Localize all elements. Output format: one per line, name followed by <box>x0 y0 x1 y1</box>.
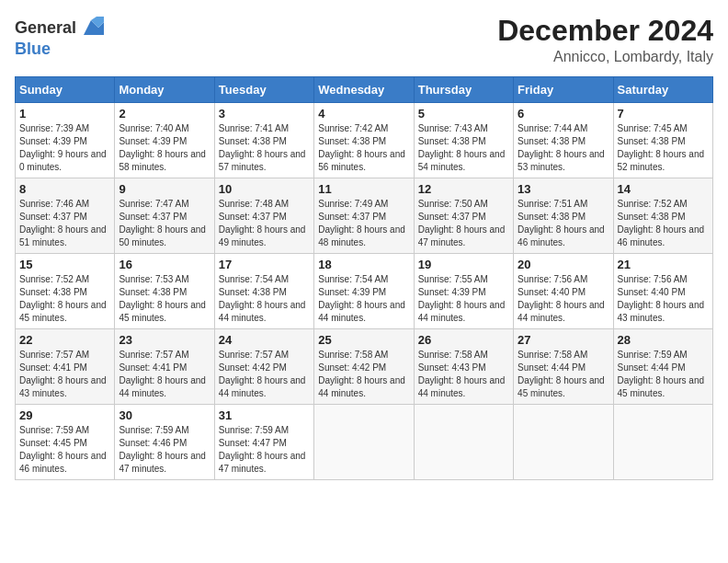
day-info: Sunrise: 7:58 AMSunset: 4:42 PMDaylight:… <box>318 349 409 400</box>
day-info: Sunrise: 7:59 AMSunset: 4:46 PMDaylight:… <box>119 424 210 476</box>
day-info: Sunrise: 7:54 AMSunset: 4:39 PMDaylight:… <box>318 273 409 325</box>
week-row-5: 29Sunrise: 7:59 AMSunset: 4:45 PMDayligh… <box>16 405 713 480</box>
day-info: Sunrise: 7:56 AMSunset: 4:40 PMDaylight:… <box>518 273 609 325</box>
day-info: Sunrise: 7:54 AMSunset: 4:38 PMDaylight:… <box>219 273 310 325</box>
col-header-tuesday: Tuesday <box>214 77 313 103</box>
day-cell: 2Sunrise: 7:40 AMSunset: 4:39 PMDaylight… <box>115 103 214 178</box>
day-cell: 22Sunrise: 7:57 AMSunset: 4:41 PMDayligh… <box>16 329 115 405</box>
day-cell: 12Sunrise: 7:50 AMSunset: 4:37 PMDayligh… <box>414 178 513 254</box>
col-header-monday: Monday <box>115 77 214 103</box>
day-cell: 27Sunrise: 7:58 AMSunset: 4:44 PMDayligh… <box>514 329 613 405</box>
logo-icon <box>78 15 104 40</box>
day-number: 4 <box>318 107 409 121</box>
col-header-sunday: Sunday <box>16 77 115 103</box>
day-number: 27 <box>518 333 609 347</box>
day-info: Sunrise: 7:59 AMSunset: 4:47 PMDaylight:… <box>219 424 310 476</box>
day-info: Sunrise: 7:40 AMSunset: 4:39 PMDaylight:… <box>119 122 210 174</box>
day-cell: 4Sunrise: 7:42 AMSunset: 4:38 PMDaylight… <box>314 103 414 178</box>
day-info: Sunrise: 7:57 AMSunset: 4:41 PMDaylight:… <box>19 349 110 400</box>
day-number: 17 <box>219 258 310 271</box>
month-title: December 2024 <box>497 15 713 47</box>
week-row-3: 15Sunrise: 7:52 AMSunset: 4:38 PMDayligh… <box>16 254 713 329</box>
day-number: 3 <box>219 107 310 121</box>
day-info: Sunrise: 7:52 AMSunset: 4:38 PMDaylight:… <box>618 198 709 249</box>
day-number: 31 <box>219 408 310 422</box>
week-row-4: 22Sunrise: 7:57 AMSunset: 4:41 PMDayligh… <box>16 329 713 405</box>
day-cell: 16Sunrise: 7:53 AMSunset: 4:38 PMDayligh… <box>115 254 214 329</box>
logo-text-general: General <box>15 19 76 36</box>
day-cell <box>314 405 414 480</box>
day-info: Sunrise: 7:45 AMSunset: 4:38 PMDaylight:… <box>618 122 709 174</box>
day-cell: 6Sunrise: 7:44 AMSunset: 4:38 PMDaylight… <box>514 103 613 178</box>
page-header: General Blue December 2024 Annicco, Lomb… <box>15 15 713 65</box>
day-info: Sunrise: 7:55 AMSunset: 4:39 PMDaylight:… <box>418 273 509 325</box>
location-title: Annicco, Lombardy, Italy <box>497 49 713 65</box>
day-number: 15 <box>19 258 110 271</box>
day-info: Sunrise: 7:57 AMSunset: 4:42 PMDaylight:… <box>219 349 310 400</box>
day-number: 25 <box>318 333 409 347</box>
logo-text-blue: Blue <box>15 40 51 58</box>
day-cell: 28Sunrise: 7:59 AMSunset: 4:44 PMDayligh… <box>613 329 712 405</box>
day-info: Sunrise: 7:44 AMSunset: 4:38 PMDaylight:… <box>518 122 609 174</box>
day-cell: 13Sunrise: 7:51 AMSunset: 4:38 PMDayligh… <box>514 178 613 254</box>
day-number: 16 <box>119 258 210 271</box>
calendar-table: SundayMondayTuesdayWednesdayThursdayFrid… <box>15 76 713 480</box>
day-info: Sunrise: 7:58 AMSunset: 4:43 PMDaylight:… <box>418 349 509 400</box>
day-cell: 10Sunrise: 7:48 AMSunset: 4:37 PMDayligh… <box>214 178 313 254</box>
day-cell: 21Sunrise: 7:56 AMSunset: 4:40 PMDayligh… <box>613 254 712 329</box>
day-info: Sunrise: 7:48 AMSunset: 4:37 PMDaylight:… <box>219 198 310 249</box>
week-row-1: 1Sunrise: 7:39 AMSunset: 4:39 PMDaylight… <box>16 103 713 178</box>
day-number: 2 <box>119 107 210 121</box>
day-cell: 9Sunrise: 7:47 AMSunset: 4:37 PMDaylight… <box>115 178 214 254</box>
day-info: Sunrise: 7:43 AMSunset: 4:38 PMDaylight:… <box>418 122 509 174</box>
day-number: 6 <box>518 107 609 121</box>
day-number: 21 <box>618 258 709 271</box>
day-info: Sunrise: 7:50 AMSunset: 4:37 PMDaylight:… <box>418 198 509 249</box>
day-info: Sunrise: 7:59 AMSunset: 4:45 PMDaylight:… <box>19 424 110 476</box>
day-cell: 30Sunrise: 7:59 AMSunset: 4:46 PMDayligh… <box>115 405 214 480</box>
day-info: Sunrise: 7:51 AMSunset: 4:38 PMDaylight:… <box>518 198 609 249</box>
day-cell <box>613 405 712 480</box>
day-cell <box>414 405 513 480</box>
day-cell: 18Sunrise: 7:54 AMSunset: 4:39 PMDayligh… <box>314 254 414 329</box>
day-number: 8 <box>19 182 110 196</box>
day-info: Sunrise: 7:58 AMSunset: 4:44 PMDaylight:… <box>518 349 609 400</box>
day-cell: 8Sunrise: 7:46 AMSunset: 4:37 PMDaylight… <box>16 178 115 254</box>
day-info: Sunrise: 7:56 AMSunset: 4:40 PMDaylight:… <box>618 273 709 325</box>
day-number: 10 <box>219 182 310 196</box>
day-number: 22 <box>19 333 110 347</box>
day-info: Sunrise: 7:39 AMSunset: 4:39 PMDaylight:… <box>19 122 110 174</box>
day-number: 14 <box>618 182 709 196</box>
day-cell: 23Sunrise: 7:57 AMSunset: 4:41 PMDayligh… <box>115 329 214 405</box>
day-info: Sunrise: 7:46 AMSunset: 4:37 PMDaylight:… <box>19 198 110 249</box>
day-cell: 14Sunrise: 7:52 AMSunset: 4:38 PMDayligh… <box>613 178 712 254</box>
logo: General Blue <box>15 15 104 58</box>
day-number: 24 <box>219 333 310 347</box>
day-info: Sunrise: 7:59 AMSunset: 4:44 PMDaylight:… <box>618 349 709 400</box>
day-cell: 20Sunrise: 7:56 AMSunset: 4:40 PMDayligh… <box>514 254 613 329</box>
day-cell: 11Sunrise: 7:49 AMSunset: 4:37 PMDayligh… <box>314 178 414 254</box>
col-header-friday: Friday <box>514 77 613 103</box>
day-cell: 15Sunrise: 7:52 AMSunset: 4:38 PMDayligh… <box>16 254 115 329</box>
week-row-2: 8Sunrise: 7:46 AMSunset: 4:37 PMDaylight… <box>16 178 713 254</box>
day-info: Sunrise: 7:49 AMSunset: 4:37 PMDaylight:… <box>318 198 409 249</box>
day-number: 19 <box>418 258 509 271</box>
day-cell: 29Sunrise: 7:59 AMSunset: 4:45 PMDayligh… <box>16 405 115 480</box>
day-number: 23 <box>119 333 210 347</box>
day-number: 7 <box>618 107 709 121</box>
day-number: 13 <box>518 182 609 196</box>
day-cell: 5Sunrise: 7:43 AMSunset: 4:38 PMDaylight… <box>414 103 513 178</box>
day-cell: 25Sunrise: 7:58 AMSunset: 4:42 PMDayligh… <box>314 329 414 405</box>
day-cell: 31Sunrise: 7:59 AMSunset: 4:47 PMDayligh… <box>214 405 313 480</box>
day-number: 12 <box>418 182 509 196</box>
day-number: 5 <box>418 107 509 121</box>
day-cell: 7Sunrise: 7:45 AMSunset: 4:38 PMDaylight… <box>613 103 712 178</box>
day-cell: 24Sunrise: 7:57 AMSunset: 4:42 PMDayligh… <box>214 329 313 405</box>
day-info: Sunrise: 7:41 AMSunset: 4:38 PMDaylight:… <box>219 122 310 174</box>
day-cell <box>514 405 613 480</box>
day-number: 9 <box>119 182 210 196</box>
day-number: 28 <box>618 333 709 347</box>
day-cell: 19Sunrise: 7:55 AMSunset: 4:39 PMDayligh… <box>414 254 513 329</box>
day-info: Sunrise: 7:47 AMSunset: 4:37 PMDaylight:… <box>119 198 210 249</box>
day-number: 1 <box>19 107 110 121</box>
